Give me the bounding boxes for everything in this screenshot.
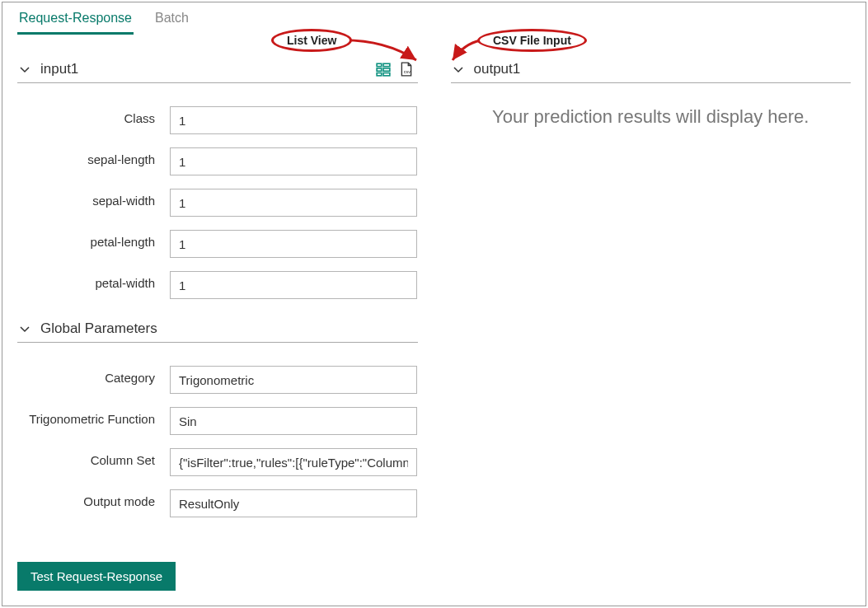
field-label: Class <box>17 106 170 126</box>
svg-rect-2 <box>377 68 382 71</box>
field-row: sepal-width <box>17 189 418 217</box>
field-row: Column Set <box>17 448 418 476</box>
field-label: Category <box>17 366 170 386</box>
petal-width-input[interactable] <box>170 271 417 299</box>
annotation-csv-file-input: CSV File Input <box>477 29 587 52</box>
column-set-input[interactable] <box>170 448 417 476</box>
output-placeholder: Your prediction results will display her… <box>451 106 852 128</box>
field-label: sepal-width <box>17 189 170 208</box>
chevron-down-icon <box>17 321 32 336</box>
test-request-response-button[interactable]: Test Request-Response <box>17 562 176 591</box>
field-label: sepal-length <box>17 147 170 167</box>
category-input[interactable] <box>170 366 417 394</box>
output1-header[interactable]: output1 <box>451 56 852 83</box>
tab-batch[interactable]: Batch <box>153 7 190 35</box>
svg-rect-3 <box>383 68 390 71</box>
global-parameters-header[interactable]: Global Parameters <box>17 316 418 343</box>
svg-rect-4 <box>377 73 382 76</box>
field-label: Trigonometric Function <box>17 407 170 427</box>
svg-text:csv: csv <box>403 69 411 74</box>
input1-fields: Class sepal-length sepal-width petal-len… <box>17 106 418 299</box>
global-parameters-title: Global Parameters <box>40 320 157 337</box>
field-row: Output mode <box>17 489 418 517</box>
field-row: Trigonometric Function <box>17 407 418 435</box>
field-row: petal-width <box>17 271 418 299</box>
right-column: output1 Your prediction results will dis… <box>451 35 852 531</box>
annotation-list-view: List View <box>271 29 352 52</box>
chevron-down-icon <box>17 62 32 77</box>
output-mode-input[interactable] <box>170 489 417 517</box>
tabs: Request-Response Batch <box>2 2 866 35</box>
field-label: Column Set <box>17 448 170 468</box>
tab-request-response[interactable]: Request-Response <box>17 7 134 35</box>
svg-rect-5 <box>383 73 390 76</box>
sepal-width-input[interactable] <box>170 189 417 217</box>
field-row: petal-length <box>17 230 418 258</box>
left-column: input1 csv Class sepal-length <box>17 35 418 531</box>
sepal-length-input[interactable] <box>170 147 417 175</box>
field-label: petal-length <box>17 230 170 250</box>
field-label: petal-width <box>17 271 170 291</box>
field-row: Category <box>17 366 418 394</box>
field-row: Class <box>17 106 418 134</box>
field-label: Output mode <box>17 489 170 509</box>
trig-function-input[interactable] <box>170 407 417 435</box>
petal-length-input[interactable] <box>170 230 417 258</box>
field-row: sepal-length <box>17 147 418 175</box>
global-parameters-fields: Category Trigonometric Function Column S… <box>17 366 418 517</box>
class-input[interactable] <box>170 106 417 134</box>
input1-title: input1 <box>40 61 78 77</box>
